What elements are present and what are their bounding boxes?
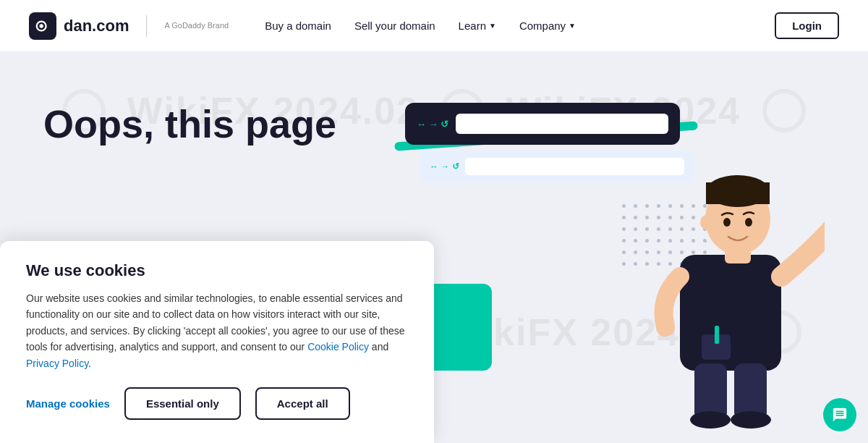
svg-rect-4 [715,326,719,344]
dot [622,216,626,219]
nav-links: Buy a domain Sell your domain Learn ▼ Co… [265,19,775,33]
svg-point-14 [690,411,731,429]
dot [622,227,626,231]
essential-only-button[interactable]: Essential only [124,387,241,420]
login-button[interactable]: Login [775,12,839,39]
dot [622,250,626,254]
cookie-actions: Manage cookies Essential only Accept all [26,387,408,420]
svg-rect-7 [706,182,770,204]
company-label: Company [519,20,566,32]
illustration-area: ↔ → ↺ ↔ → ↺ for(let i=0; i<48; i++) docu… [391,81,825,429]
company-chevron-icon: ▼ [569,22,576,30]
hero-heading: Oops, this page [43,103,391,145]
svg-point-17 [745,218,752,227]
dot [622,239,626,242]
company-dropdown[interactable]: Company ▼ [519,20,576,32]
cookie-banner-title: We use cookies [26,261,408,280]
svg-point-8 [700,215,712,229]
godaddy-brand: A GoDaddy Brand [164,20,229,30]
person-illustration [637,125,825,429]
cookie-policy-link[interactable]: Cookie Policy [307,341,369,353]
sell-domain-link[interactable]: Sell your domain [354,19,435,33]
dot [622,262,626,266]
learn-dropdown[interactable]: Learn ▼ [459,20,496,32]
accept-all-button[interactable]: Accept all [255,387,350,420]
svg-rect-9 [725,248,751,263]
dot [622,204,626,208]
svg-point-16 [723,218,731,227]
svg-point-15 [731,411,771,429]
browser-controls: ↔ → ↺ [417,119,448,130]
navigation: dan.com A GoDaddy Brand Buy a domain Sel… [0,0,868,52]
cookie-banner-body: Our website uses cookies and similar tec… [26,290,408,371]
svg-point-1 [39,24,43,28]
learn-label: Learn [459,20,486,32]
logo-divider [146,15,147,37]
hero-section: Oops, this page [43,88,391,145]
privacy-policy-link[interactable]: Privacy Policy [26,358,88,369]
chat-bubble-button[interactable] [823,398,856,431]
buy-domain-link[interactable]: Buy a domain [265,19,331,33]
browser2-controls: ↔ → ↺ [430,161,459,172]
logo-text[interactable]: dan.com [64,17,129,35]
manage-cookies-button[interactable]: Manage cookies [26,397,110,410]
logo-area: dan.com A GoDaddy Brand [29,12,229,40]
nav-right: Login [775,12,839,39]
logo-icon [29,12,56,40]
cookie-banner: We use cookies Our website uses cookies … [0,241,434,443]
learn-chevron-icon: ▼ [489,22,496,30]
